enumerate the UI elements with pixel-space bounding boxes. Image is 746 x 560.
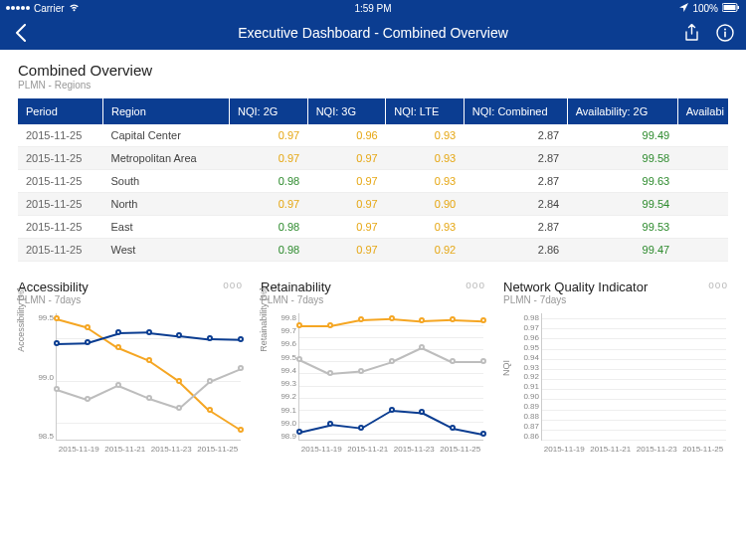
column-header[interactable]: NQI: Combined [464,98,567,124]
clock: 1:59 PM [354,3,391,14]
chart-title: Accessibility [18,280,89,294]
status-bar: Carrier 1:59 PM 100% [0,0,746,16]
svg-rect-2 [738,6,740,9]
carrier-label: Carrier [34,3,65,14]
table-row[interactable]: 2015-11-25West0.980.970.922.8699.47 [18,239,728,262]
chart-nqi: Network Quality Indicator PLMN - 7days o… [503,280,728,459]
table-row[interactable]: 2015-11-25Metropolitan Area0.970.970.932… [18,147,728,170]
y-axis-label: Accessibility [%] [16,287,26,352]
chart-subtitle: PLMN - 7days [18,294,89,305]
column-header[interactable]: NQI: 2G [230,98,308,124]
table-row[interactable]: 2015-11-25South0.980.970.932.8799.63 [18,170,728,193]
column-header[interactable]: NQI: LTE [386,98,465,124]
signal-dots-icon [6,6,30,10]
chart-retainability: Retainability PLMN - 7days ooo Retainabi… [261,280,485,459]
table-row[interactable]: 2015-11-25Capital Center0.970.960.932.87… [18,124,728,147]
table-row[interactable]: 2015-11-25East0.980.970.932.8799.53 [18,216,728,239]
column-header[interactable]: NQI: 3G [307,98,386,124]
svg-point-4 [724,29,726,31]
chart-accessibility: Accessibility PLMN - 7days ooo Accessibi… [18,280,243,459]
chart-title: Network Quality Indicator [503,280,648,294]
chart-more-button[interactable]: ooo [708,280,728,290]
chart-more-button[interactable]: ooo [466,280,485,290]
nav-bar: Executive Dashboard - Combined Overview [0,16,746,50]
column-header[interactable]: Period [18,98,102,124]
column-header[interactable]: Availabi [677,98,728,124]
info-button[interactable] [716,24,734,42]
y-axis-label: Retainability [%] [259,287,269,352]
share-button[interactable] [682,24,700,42]
chart-title: Retainability [261,280,331,294]
y-axis-label: NQI [501,360,511,376]
section-title: Combined Overview [18,62,728,79]
column-header[interactable]: Availability: 2G [567,98,677,124]
chart-more-button[interactable]: ooo [223,280,243,290]
page-title: Executive Dashboard - Combined Overview [238,25,508,41]
section-subtitle: PLMN - Regions [18,80,728,91]
chart-subtitle: PLMN - 7days [503,294,648,305]
svg-rect-1 [724,5,736,10]
chart-subtitle: PLMN - 7days [261,294,331,305]
svg-rect-5 [724,32,726,38]
battery-icon [722,3,740,14]
back-button[interactable] [12,24,30,42]
location-icon [679,3,688,14]
battery-label: 100% [692,3,718,14]
wifi-icon [69,3,80,14]
table-row[interactable]: 2015-11-25North0.970.970.902.8499.54 [18,193,728,216]
column-header[interactable]: Region [102,98,229,124]
overview-table: PeriodRegionNQI: 2GNQI: 3GNQI: LTENQI: C… [18,98,728,262]
